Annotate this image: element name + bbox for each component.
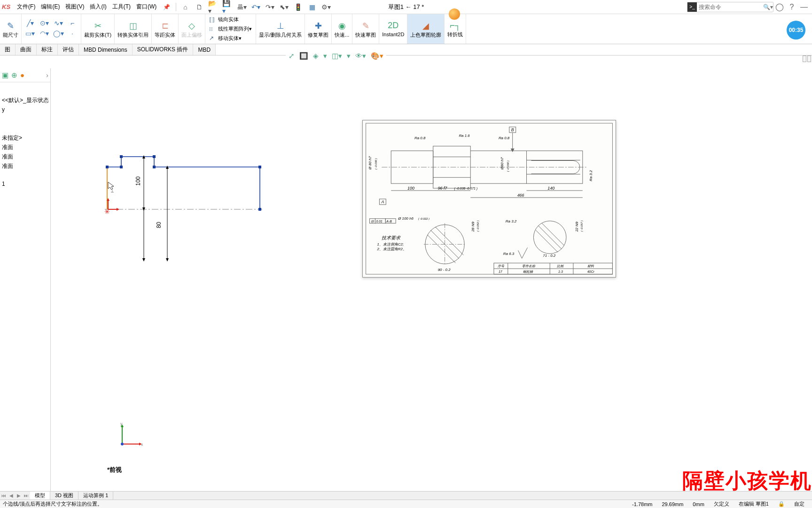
minimize-icon[interactable]: — — [798, 3, 810, 11]
tab-annotations[interactable]: 标注 — [37, 44, 58, 55]
search-input[interactable] — [697, 4, 763, 10]
feature-tree[interactable]: <<默认>_显示状态 y 未指定> 准面 准面 准面 1 — [0, 82, 50, 190]
linear-pattern-button[interactable]: ⁝⁝线性草图阵列 ▾ — [209, 24, 252, 34]
traffic-icon[interactable]: 🚦 — [293, 2, 303, 12]
svg-text:17: 17 — [499, 270, 503, 273]
appearance-icon[interactable]: 🎨▾ — [371, 52, 383, 60]
svg-line-66 — [542, 223, 564, 246]
svg-text:( -0.052 ): ( -0.052 ) — [476, 220, 479, 231]
quick-snap-button[interactable]: ◉快速... — [332, 14, 352, 44]
tab-scroll-first[interactable]: ⏮ — [0, 493, 8, 498]
notification-orb[interactable] — [449, 8, 460, 20]
home-icon[interactable]: ⌂ — [180, 2, 190, 12]
circle-tool[interactable]: ⊙▾ — [38, 19, 51, 29]
tab-mbd-dim[interactable]: MBD Dimensions — [79, 44, 133, 55]
tab-scroll-last[interactable]: ⏭ — [23, 493, 30, 498]
hide-show-icon[interactable]: 👁▾ — [355, 52, 366, 60]
collapse-panels[interactable] — [803, 56, 812, 63]
motion-tabs: ⏮◀▶⏭ 模型 3D 视图 运动算例 1 — [0, 491, 812, 500]
terminal-icon: >_ — [687, 2, 697, 12]
rect-tool[interactable]: ▭▾ — [23, 30, 37, 39]
tree-tab-icon[interactable]: ▣ — [2, 71, 8, 79]
display-style-icon[interactable]: ▾ — [347, 52, 351, 60]
menu-window[interactable]: 窗口(W) — [133, 3, 159, 11]
svg-text:96 f7: 96 f7 — [438, 186, 448, 190]
arc-tool[interactable]: ◠▾ — [38, 30, 51, 39]
menu-insert[interactable]: 插入(I) — [87, 3, 109, 11]
tab-motion-study[interactable]: 运动算例 1 — [78, 492, 113, 500]
status-x: -1.78mm — [632, 501, 652, 507]
status-lock-icon[interactable]: 🔒 — [778, 501, 785, 507]
menu-edit[interactable]: 编辑(E) — [38, 3, 62, 11]
rebuild-icon[interactable]: ▦ — [307, 2, 317, 12]
undo-icon[interactable]: ↶▾ — [250, 2, 261, 12]
print-icon[interactable]: 🖶▾ — [236, 2, 247, 12]
show-delete-relations-button[interactable]: ⊥显示/删除几何关系 — [256, 14, 305, 44]
sketch-canvas: ✳ 100 80 ⟂ — [51, 68, 314, 416]
sketch-tools-grid: ╱▾ ⊙▾ ∿▾ ⌐ ▭▾ ◠▾ ◯▾ · — [22, 14, 81, 44]
trim-button[interactable]: ✂裁剪实体(T) — [81, 14, 115, 44]
tab-scroll-prev[interactable]: ◀ — [8, 493, 15, 498]
section-view-icon[interactable]: ▾ — [323, 52, 327, 60]
shade-sketch-button[interactable]: ◢上色草图轮廓 — [407, 14, 445, 44]
pin-icon[interactable]: 📌 — [163, 4, 170, 10]
spline-tool[interactable]: ∿▾ — [52, 19, 65, 29]
svg-text:◎: ◎ — [371, 219, 375, 223]
new-icon[interactable]: 🗋 — [194, 2, 204, 12]
appearance-tab-icon[interactable]: ● — [20, 71, 24, 79]
tab-sw-addins[interactable]: SOLIDWORKS 插件 — [133, 44, 194, 55]
menu-view[interactable]: 视图(V) — [62, 3, 87, 11]
line-tool[interactable]: ╱▾ — [23, 19, 37, 29]
reference-drawing: 100 96 f7( -0.036 -0.071 ) 466 140 Ø 80 … — [362, 120, 616, 278]
property-tab-icon[interactable]: ⊕ — [11, 71, 17, 79]
tab-model[interactable]: 模型 — [30, 492, 50, 500]
settings-icon[interactable]: ⚙▾ — [321, 2, 331, 12]
status-auto: 自定 — [794, 500, 804, 508]
tab-evaluate[interactable]: 评估 — [58, 44, 79, 55]
offset-button[interactable]: ⊏等距实体 — [152, 14, 179, 44]
smart-dimension-button[interactable]: ✎ 能尺寸 — [0, 14, 22, 44]
prev-view-icon[interactable]: ◈ — [313, 52, 319, 60]
tab-3dview[interactable]: 3D 视图 — [50, 492, 78, 500]
svg-text:Ra 0.8: Ra 0.8 — [414, 136, 426, 140]
svg-text:40Cr: 40Cr — [587, 270, 595, 273]
plane1-node: 准面 — [2, 143, 48, 152]
graphics-area[interactable]: ⤢ 🔲 ◈ ▾ ◫▾ ▾ 👁▾ 🎨▾ — [51, 68, 812, 483]
tab-surfaces[interactable]: 曲面 — [16, 44, 37, 55]
timer-badge: 00:35 — [787, 21, 805, 40]
svg-text:466: 466 — [517, 193, 524, 198]
instant2d-button[interactable]: 2DInstant2D — [379, 14, 407, 44]
search-icon[interactable]: 🔍▾ — [763, 4, 773, 10]
view-orient-icon[interactable]: ◫▾ — [332, 52, 342, 60]
zoom-area-icon[interactable]: 🔲 — [299, 52, 308, 60]
expand-icon[interactable]: › — [46, 71, 48, 79]
tab-mbd[interactable]: MBD — [193, 44, 216, 55]
convert-entities-button[interactable]: ◫转换实体引用 — [115, 14, 152, 44]
svg-rect-3 — [120, 166, 123, 168]
user-icon[interactable]: ◯ — [773, 2, 786, 11]
svg-text:Ra 1.6: Ra 1.6 — [459, 134, 470, 138]
search-box[interactable]: >_ 🔍▾ — [687, 2, 773, 12]
menu-file[interactable]: 文件(F) — [14, 3, 38, 11]
rapid-sketch-button[interactable]: ✎快速草图 — [352, 14, 379, 44]
help-icon[interactable]: ? — [786, 3, 798, 11]
ellipse-tool[interactable]: ◯▾ — [52, 30, 65, 39]
open-icon[interactable]: 📂▾ — [208, 2, 219, 12]
zoom-fit-icon[interactable]: ⤢ — [289, 52, 295, 60]
select-icon[interactable]: ⬉▾ — [279, 2, 289, 12]
point-tool[interactable]: · — [66, 30, 79, 39]
redo-icon[interactable]: ↷▾ — [265, 2, 275, 12]
surface-offset-button[interactable]: ◇面上偏移 — [179, 14, 205, 44]
view-triad[interactable]: x y — [117, 421, 145, 450]
mirror-button[interactable]: ⟦⟧镜向实体 — [209, 15, 252, 24]
svg-marker-57 — [511, 149, 515, 152]
tab-scroll-next[interactable]: ▶ — [15, 493, 23, 498]
menu-tools[interactable]: 工具(T) — [109, 3, 133, 11]
repair-sketch-button[interactable]: ✚修复草图 — [305, 14, 332, 44]
move-entities-button[interactable]: ↗移动实体 ▾ — [209, 33, 252, 43]
svg-text:y: y — [120, 421, 123, 426]
fillet-tool[interactable]: ⌐ — [66, 19, 79, 29]
save-icon[interactable]: 💾▾ — [222, 2, 233, 12]
tab-features[interactable]: 图 — [0, 44, 16, 55]
svg-rect-2 — [106, 166, 109, 168]
